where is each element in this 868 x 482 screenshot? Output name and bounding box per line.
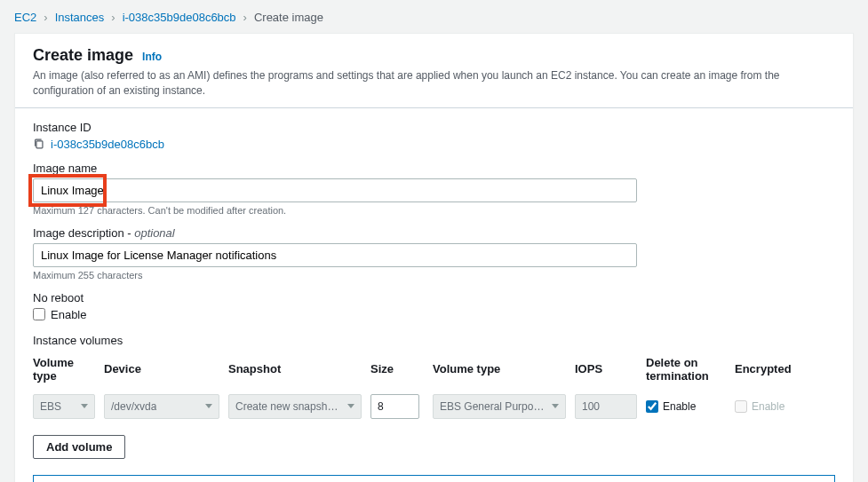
instance-id-field: Instance ID i-038c35b9de08c6bcb (33, 121, 835, 151)
col-volume-type-2: Volume type (433, 362, 566, 376)
breadcrumb-current: Create image (254, 11, 323, 24)
col-snapshot: Snapshot (228, 362, 362, 376)
encrypted-checkbox: Enable (735, 400, 806, 413)
col-delete-on-termination: Delete on termination (646, 356, 726, 383)
image-description-field: Image description - optional Maximum 255… (33, 226, 835, 281)
chevron-right-icon: › (44, 11, 47, 24)
snapshot-select: Create new snapshot fr... (228, 394, 362, 419)
info-banner: i During the image creation process, Ama… (33, 475, 835, 482)
add-volume-button[interactable]: Add volume (33, 435, 125, 459)
no-reboot-field: No reboot Enable (33, 291, 835, 321)
device-select: /dev/xvda (104, 394, 219, 419)
chevron-right-icon: › (111, 11, 115, 24)
iops-value: 100 (575, 394, 637, 419)
svg-rect-0 (36, 141, 43, 148)
copy-icon[interactable] (33, 138, 45, 150)
image-description-helper: Maximum 255 characters (33, 270, 835, 281)
no-reboot-label: No reboot (33, 291, 835, 304)
page-description: An image (also referred to as an AMI) de… (33, 68, 835, 99)
size-input[interactable] (370, 394, 419, 419)
image-name-helper: Maximum 127 characters. Can't be modifie… (33, 205, 835, 216)
caret-down-icon (347, 404, 354, 408)
caret-down-icon (552, 404, 559, 408)
image-description-label: Image description - optional (33, 226, 835, 240)
instance-volumes-label: Instance volumes (33, 334, 835, 347)
breadcrumb-instance-id[interactable]: i-038c35b9de08c6bcb (123, 11, 236, 24)
col-volume-type-1: Volume type (33, 356, 95, 383)
create-image-panel: Create image Info An image (also referre… (14, 33, 854, 482)
volumes-header-row: Volume type Device Snapshot Size Volume … (33, 356, 835, 383)
no-reboot-enable-label: Enable (51, 308, 86, 321)
image-name-input[interactable] (33, 178, 637, 202)
page-title: Create image (33, 46, 133, 65)
breadcrumb: EC2 › Instances › i-038c35b9de08c6bcb › … (14, 7, 854, 33)
col-device: Device (104, 362, 219, 376)
caret-down-icon (205, 404, 212, 408)
info-link[interactable]: Info (142, 51, 162, 63)
volume-type-select: EBS (33, 394, 95, 419)
breadcrumb-ec2[interactable]: EC2 (14, 11, 36, 24)
image-name-field: Image name Maximum 127 characters. Can't… (33, 162, 835, 216)
volume-row: EBS /dev/xvda Create new snapshot fr... … (33, 394, 835, 419)
delete-on-termination-checkbox[interactable]: Enable (646, 400, 726, 413)
col-size: Size (370, 362, 424, 376)
col-encrypted: Encrypted (735, 362, 806, 376)
volumes-table: Volume type Device Snapshot Size Volume … (33, 356, 835, 419)
image-name-label: Image name (33, 162, 835, 175)
instance-id-link[interactable]: i-038c35b9de08c6bcb (51, 138, 164, 151)
col-iops: IOPS (575, 362, 637, 376)
instance-id-label: Instance ID (33, 121, 835, 134)
no-reboot-enable-checkbox[interactable]: Enable (33, 308, 835, 321)
caret-down-icon (81, 404, 88, 408)
image-description-input[interactable] (33, 243, 637, 267)
volume-type2-select: EBS General Purpose S... (433, 394, 566, 419)
breadcrumb-instances[interactable]: Instances (55, 11, 105, 24)
chevron-right-icon: › (243, 11, 247, 24)
